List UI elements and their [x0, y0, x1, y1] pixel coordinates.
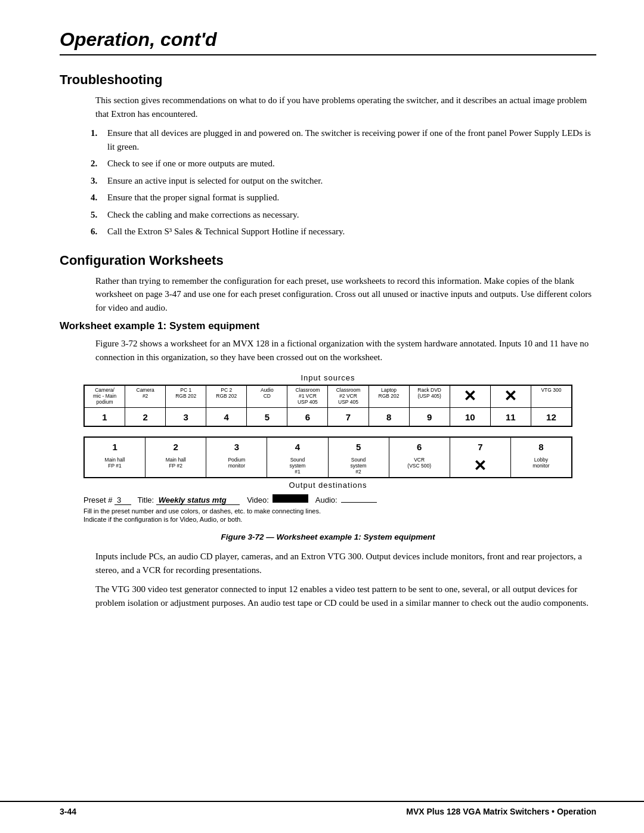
out-num-6: 6 [389, 438, 450, 456]
list-item: 2.Check to see if one or more outputs ar… [107, 157, 596, 171]
output-label-row: Main hallFP #1 Main hallFP #2 Podiummoni… [85, 456, 571, 477]
cell-2: Camera#2 [125, 386, 166, 407]
output-table: 1 2 3 4 5 6 7 8 Main hallFP #1 Main hall… [83, 436, 572, 478]
cell-4: PC 2RGB 202 [206, 386, 247, 407]
audio-value [341, 502, 377, 503]
preset-title: Weekly status mtg [156, 496, 240, 505]
out-cell-2: Main hallFP #2 [145, 456, 206, 477]
cell-9: Rack DVD(USP 405) [410, 386, 450, 407]
list-item: 1.Ensure that all devices are plugged in… [107, 126, 596, 153]
input-sources-label: Input sources [83, 373, 572, 382]
subsection-title: Worksheet example 1: System equipment [60, 320, 596, 332]
input-num-row: 1 2 3 4 5 6 7 8 9 10 11 12 [85, 408, 571, 426]
cell-1: Camera/mic - Mainpodium [85, 386, 125, 407]
num-2: 2 [125, 408, 166, 426]
list-item: 3.Ensure an active input is selected for… [107, 174, 596, 188]
audio-label: Audio: [315, 496, 338, 504]
num-7: 7 [328, 408, 369, 426]
cell-6: Classroom#1 VCRUSP 405 [287, 386, 328, 407]
out-cell-7: ✕ [450, 456, 511, 477]
num-12: 12 [531, 408, 571, 426]
note1: Fill in the preset number and use colors… [83, 507, 572, 515]
out-cell-3: Podiummonitor [206, 456, 267, 477]
subsection-intro: Figure 3-72 shows a worksheet for an MVX… [95, 337, 596, 364]
list-item: 6.Call the Extron S³ Sales & Technical S… [107, 225, 596, 239]
output-num-row: 1 2 3 4 5 6 7 8 [85, 438, 571, 456]
page: Operation, cont'd Troubleshooting This s… [0, 0, 644, 833]
troubleshooting-intro: This section gives recommendations on wh… [95, 94, 596, 120]
footer: 3-44 MVX Plus 128 VGA Matrix Switchers •… [0, 801, 644, 816]
cell-11: ✕ [491, 386, 531, 407]
config-title: Configuration Worksheets [60, 253, 596, 268]
cell-10: ✕ [450, 386, 491, 407]
input-table: Camera/mic - Mainpodium Camera#2 PC 1RGB… [83, 385, 572, 427]
preset-num: 3 [114, 496, 131, 505]
output-dest-label: Output destinations [83, 481, 572, 490]
num-6: 6 [287, 408, 328, 426]
out-num-4: 4 [267, 438, 328, 456]
num-10: 10 [450, 408, 491, 426]
out-cell-6: VCR(VSC 500) [389, 456, 450, 477]
num-3: 3 [166, 408, 206, 426]
note2: Indicate if the configuration is for Vid… [83, 516, 572, 523]
out-cell-1: Main hallFP #1 [85, 456, 145, 477]
out-num-1: 1 [85, 438, 145, 456]
para1: Inputs include PCs, an audio CD player, … [95, 550, 596, 577]
preset-row: Preset # 3 Title: Weekly status mtg Vide… [83, 494, 572, 505]
config-section: Configuration Worksheets Rather than try… [60, 253, 596, 610]
num-8: 8 [369, 408, 410, 426]
video-label: Video: [247, 496, 269, 504]
list-item: 5.Check the cabling and make corrections… [107, 208, 596, 222]
cell-3: PC 1RGB 202 [166, 386, 206, 407]
config-intro: Rather than trying to remember the confi… [95, 274, 596, 315]
out-cell-4: Soundsystem#1 [267, 456, 328, 477]
title-label: Title: [137, 496, 154, 504]
num-4: 4 [206, 408, 247, 426]
num-11: 11 [491, 408, 531, 426]
num-5: 5 [247, 408, 287, 426]
out-num-7: 7 [450, 438, 511, 456]
video-value [273, 494, 308, 503]
input-label-row: Camera/mic - Mainpodium Camera#2 PC 1RGB… [85, 386, 571, 408]
cell-7: Classroom#2 VCRUSP 405 [328, 386, 369, 407]
num-1: 1 [85, 408, 125, 426]
out-num-5: 5 [329, 438, 389, 456]
footer-product-info: MVX Plus 128 VGA Matrix Switchers • Oper… [406, 807, 596, 816]
preset-label: Preset # [83, 496, 112, 504]
troubleshooting-section: Troubleshooting This section gives recom… [60, 72, 596, 239]
troubleshooting-list: 1.Ensure that all devices are plugged in… [107, 126, 596, 239]
cell-12: VTG 300 [531, 386, 571, 407]
out-num-3: 3 [206, 438, 267, 456]
page-title: Operation, cont'd [60, 29, 596, 55]
out-cell-8: Lobbymonitor [511, 456, 571, 477]
num-9: 9 [410, 408, 450, 426]
para2: The VTG 300 video test generator connect… [95, 583, 596, 609]
worksheet-diagram: Input sources Camera/mic - Mainpodium Ca… [83, 373, 572, 523]
out-num-2: 2 [145, 438, 206, 456]
footer-page-num: 3-44 [60, 807, 76, 816]
figure-caption: Figure 3-72 — Worksheet example 1: Syste… [60, 532, 596, 541]
troubleshooting-title: Troubleshooting [60, 72, 596, 88]
out-cell-5: Soundsystem#2 [329, 456, 389, 477]
out-num-8: 8 [511, 438, 571, 456]
cell-5: AudioCD [247, 386, 287, 407]
list-item: 4.Ensure that the proper signal format i… [107, 191, 596, 205]
cell-8: LaptopRGB 202 [369, 386, 410, 407]
